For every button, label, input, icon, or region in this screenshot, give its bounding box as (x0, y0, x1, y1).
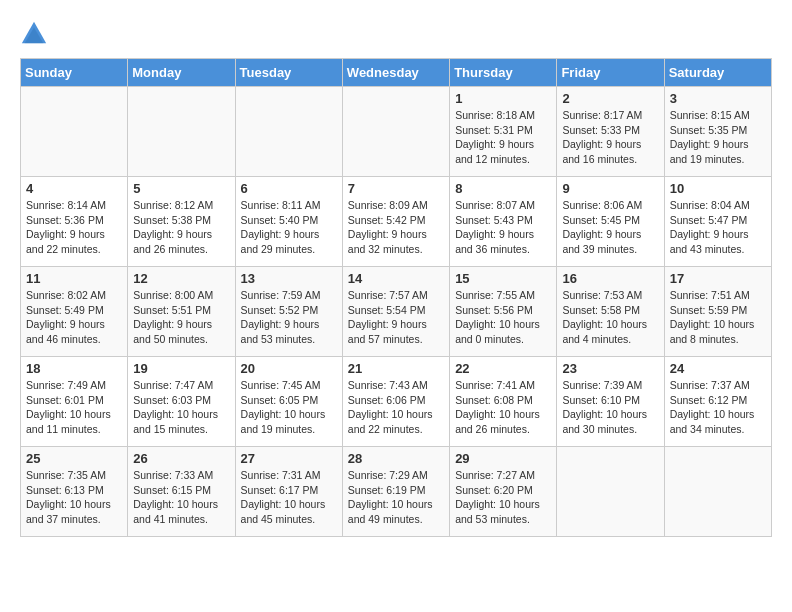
calendar-cell (235, 87, 342, 177)
calendar-cell: 28Sunrise: 7:29 AM Sunset: 6:19 PM Dayli… (342, 447, 449, 537)
calendar-week-2: 4Sunrise: 8:14 AM Sunset: 5:36 PM Daylig… (21, 177, 772, 267)
day-info: Sunrise: 8:11 AM Sunset: 5:40 PM Dayligh… (241, 198, 337, 257)
calendar-cell: 14Sunrise: 7:57 AM Sunset: 5:54 PM Dayli… (342, 267, 449, 357)
calendar-cell (128, 87, 235, 177)
day-number: 15 (455, 271, 551, 286)
day-info: Sunrise: 7:55 AM Sunset: 5:56 PM Dayligh… (455, 288, 551, 347)
header-cell-tuesday: Tuesday (235, 59, 342, 87)
calendar-week-1: 1Sunrise: 8:18 AM Sunset: 5:31 PM Daylig… (21, 87, 772, 177)
day-info: Sunrise: 8:12 AM Sunset: 5:38 PM Dayligh… (133, 198, 229, 257)
calendar-cell: 24Sunrise: 7:37 AM Sunset: 6:12 PM Dayli… (664, 357, 771, 447)
day-info: Sunrise: 7:31 AM Sunset: 6:17 PM Dayligh… (241, 468, 337, 527)
day-number: 16 (562, 271, 658, 286)
day-info: Sunrise: 7:29 AM Sunset: 6:19 PM Dayligh… (348, 468, 444, 527)
calendar-body: 1Sunrise: 8:18 AM Sunset: 5:31 PM Daylig… (21, 87, 772, 537)
day-info: Sunrise: 8:18 AM Sunset: 5:31 PM Dayligh… (455, 108, 551, 167)
day-number: 21 (348, 361, 444, 376)
day-number: 20 (241, 361, 337, 376)
day-info: Sunrise: 7:27 AM Sunset: 6:20 PM Dayligh… (455, 468, 551, 527)
day-number: 9 (562, 181, 658, 196)
day-info: Sunrise: 7:41 AM Sunset: 6:08 PM Dayligh… (455, 378, 551, 437)
calendar-cell: 18Sunrise: 7:49 AM Sunset: 6:01 PM Dayli… (21, 357, 128, 447)
calendar-cell (557, 447, 664, 537)
day-number: 23 (562, 361, 658, 376)
calendar-cell: 15Sunrise: 7:55 AM Sunset: 5:56 PM Dayli… (450, 267, 557, 357)
day-info: Sunrise: 7:57 AM Sunset: 5:54 PM Dayligh… (348, 288, 444, 347)
day-info: Sunrise: 8:04 AM Sunset: 5:47 PM Dayligh… (670, 198, 766, 257)
calendar-cell: 7Sunrise: 8:09 AM Sunset: 5:42 PM Daylig… (342, 177, 449, 267)
day-number: 27 (241, 451, 337, 466)
calendar-cell: 27Sunrise: 7:31 AM Sunset: 6:17 PM Dayli… (235, 447, 342, 537)
calendar-cell: 29Sunrise: 7:27 AM Sunset: 6:20 PM Dayli… (450, 447, 557, 537)
calendar-cell: 9Sunrise: 8:06 AM Sunset: 5:45 PM Daylig… (557, 177, 664, 267)
day-number: 5 (133, 181, 229, 196)
logo (20, 20, 52, 48)
day-info: Sunrise: 8:15 AM Sunset: 5:35 PM Dayligh… (670, 108, 766, 167)
calendar-cell: 21Sunrise: 7:43 AM Sunset: 6:06 PM Dayli… (342, 357, 449, 447)
day-number: 4 (26, 181, 122, 196)
page-header (20, 20, 772, 48)
day-info: Sunrise: 7:39 AM Sunset: 6:10 PM Dayligh… (562, 378, 658, 437)
day-info: Sunrise: 7:51 AM Sunset: 5:59 PM Dayligh… (670, 288, 766, 347)
day-number: 29 (455, 451, 551, 466)
header-cell-monday: Monday (128, 59, 235, 87)
day-number: 24 (670, 361, 766, 376)
day-info: Sunrise: 8:02 AM Sunset: 5:49 PM Dayligh… (26, 288, 122, 347)
calendar-week-5: 25Sunrise: 7:35 AM Sunset: 6:13 PM Dayli… (21, 447, 772, 537)
day-number: 28 (348, 451, 444, 466)
day-number: 6 (241, 181, 337, 196)
calendar-cell: 23Sunrise: 7:39 AM Sunset: 6:10 PM Dayli… (557, 357, 664, 447)
header-row: SundayMondayTuesdayWednesdayThursdayFrid… (21, 59, 772, 87)
day-number: 17 (670, 271, 766, 286)
day-info: Sunrise: 8:17 AM Sunset: 5:33 PM Dayligh… (562, 108, 658, 167)
calendar-cell: 20Sunrise: 7:45 AM Sunset: 6:05 PM Dayli… (235, 357, 342, 447)
calendar-cell: 5Sunrise: 8:12 AM Sunset: 5:38 PM Daylig… (128, 177, 235, 267)
calendar-cell: 17Sunrise: 7:51 AM Sunset: 5:59 PM Dayli… (664, 267, 771, 357)
day-info: Sunrise: 7:49 AM Sunset: 6:01 PM Dayligh… (26, 378, 122, 437)
calendar-header: SundayMondayTuesdayWednesdayThursdayFrid… (21, 59, 772, 87)
day-info: Sunrise: 7:35 AM Sunset: 6:13 PM Dayligh… (26, 468, 122, 527)
day-number: 25 (26, 451, 122, 466)
day-number: 26 (133, 451, 229, 466)
calendar-cell: 26Sunrise: 7:33 AM Sunset: 6:15 PM Dayli… (128, 447, 235, 537)
calendar-cell (664, 447, 771, 537)
calendar-cell: 11Sunrise: 8:02 AM Sunset: 5:49 PM Dayli… (21, 267, 128, 357)
day-number: 2 (562, 91, 658, 106)
day-number: 3 (670, 91, 766, 106)
calendar-cell: 2Sunrise: 8:17 AM Sunset: 5:33 PM Daylig… (557, 87, 664, 177)
day-info: Sunrise: 8:06 AM Sunset: 5:45 PM Dayligh… (562, 198, 658, 257)
day-number: 1 (455, 91, 551, 106)
calendar-week-4: 18Sunrise: 7:49 AM Sunset: 6:01 PM Dayli… (21, 357, 772, 447)
day-number: 12 (133, 271, 229, 286)
calendar-cell: 25Sunrise: 7:35 AM Sunset: 6:13 PM Dayli… (21, 447, 128, 537)
calendar-cell (342, 87, 449, 177)
calendar-cell: 6Sunrise: 8:11 AM Sunset: 5:40 PM Daylig… (235, 177, 342, 267)
day-info: Sunrise: 7:53 AM Sunset: 5:58 PM Dayligh… (562, 288, 658, 347)
calendar-cell: 13Sunrise: 7:59 AM Sunset: 5:52 PM Dayli… (235, 267, 342, 357)
day-info: Sunrise: 7:37 AM Sunset: 6:12 PM Dayligh… (670, 378, 766, 437)
calendar-cell (21, 87, 128, 177)
header-cell-thursday: Thursday (450, 59, 557, 87)
header-cell-wednesday: Wednesday (342, 59, 449, 87)
calendar-cell: 12Sunrise: 8:00 AM Sunset: 5:51 PM Dayli… (128, 267, 235, 357)
logo-icon (20, 20, 48, 48)
calendar-cell: 16Sunrise: 7:53 AM Sunset: 5:58 PM Dayli… (557, 267, 664, 357)
calendar-cell: 19Sunrise: 7:47 AM Sunset: 6:03 PM Dayli… (128, 357, 235, 447)
calendar-week-3: 11Sunrise: 8:02 AM Sunset: 5:49 PM Dayli… (21, 267, 772, 357)
day-info: Sunrise: 7:43 AM Sunset: 6:06 PM Dayligh… (348, 378, 444, 437)
day-number: 18 (26, 361, 122, 376)
header-cell-sunday: Sunday (21, 59, 128, 87)
day-info: Sunrise: 7:47 AM Sunset: 6:03 PM Dayligh… (133, 378, 229, 437)
day-info: Sunrise: 7:59 AM Sunset: 5:52 PM Dayligh… (241, 288, 337, 347)
day-info: Sunrise: 8:09 AM Sunset: 5:42 PM Dayligh… (348, 198, 444, 257)
day-number: 10 (670, 181, 766, 196)
day-info: Sunrise: 7:45 AM Sunset: 6:05 PM Dayligh… (241, 378, 337, 437)
day-number: 7 (348, 181, 444, 196)
day-number: 8 (455, 181, 551, 196)
day-number: 11 (26, 271, 122, 286)
day-info: Sunrise: 7:33 AM Sunset: 6:15 PM Dayligh… (133, 468, 229, 527)
calendar-cell: 10Sunrise: 8:04 AM Sunset: 5:47 PM Dayli… (664, 177, 771, 267)
day-number: 14 (348, 271, 444, 286)
calendar-cell: 4Sunrise: 8:14 AM Sunset: 5:36 PM Daylig… (21, 177, 128, 267)
day-info: Sunrise: 8:07 AM Sunset: 5:43 PM Dayligh… (455, 198, 551, 257)
